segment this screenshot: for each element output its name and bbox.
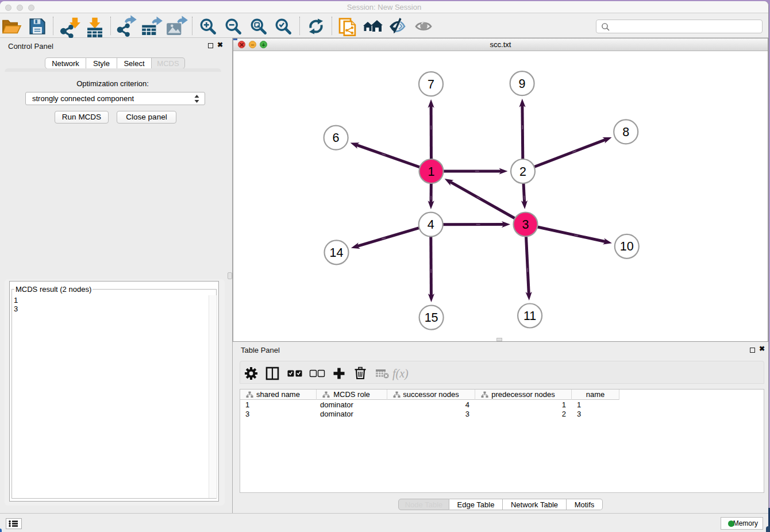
svg-text:3: 3	[522, 218, 529, 232]
svg-text:10: 10	[620, 240, 634, 253]
svg-text:8: 8	[622, 125, 629, 139]
svg-text:11: 11	[523, 309, 536, 323]
svg-text:15: 15	[425, 311, 438, 325]
svg-text:7: 7	[428, 78, 434, 91]
svg-text:6: 6	[333, 131, 340, 145]
svg-text:14: 14	[330, 246, 344, 260]
svg-text:1: 1	[428, 165, 435, 179]
svg-text:9: 9	[519, 77, 526, 91]
svg-text:2: 2	[519, 165, 526, 179]
svg-text:4: 4	[428, 218, 434, 232]
svg-text:f(x): f(x)	[392, 367, 409, 380]
